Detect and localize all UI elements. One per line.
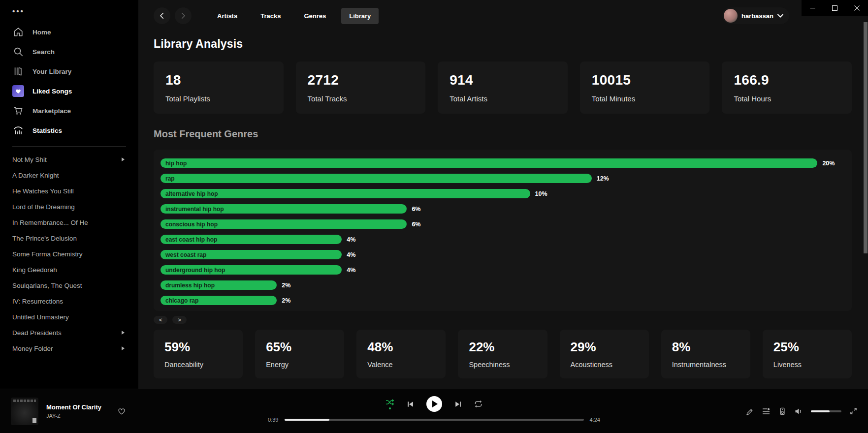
shuffle-button[interactable] bbox=[386, 399, 394, 409]
feature-card-liveness: 25% Liveness bbox=[763, 330, 852, 378]
minimize-button[interactable] bbox=[802, 0, 824, 16]
playlist-item-he-watches-you-still[interactable]: He Watches You Still bbox=[0, 183, 138, 199]
track-artist[interactable]: JAY-Z bbox=[46, 413, 101, 419]
sidebar-item-marketplace[interactable]: Marketplace bbox=[0, 101, 138, 121]
genre-bar-conscious-hip-hop[interactable]: conscious hip hop bbox=[161, 219, 407, 229]
stat-card-total-tracks: 2712 Total Tracks bbox=[296, 62, 426, 114]
sidebar-item-search[interactable]: Search bbox=[0, 42, 138, 62]
genre-bar-value: 6% bbox=[412, 206, 420, 213]
genre-bar-drumless-hip-hop[interactable]: drumless hip hop bbox=[161, 280, 277, 290]
genre-bar-west-coast-rap[interactable]: west coast rap bbox=[161, 250, 342, 259]
sidebar-item-label: Home bbox=[32, 29, 51, 36]
sidebar-item-label: Marketplace bbox=[32, 107, 71, 115]
genre-bar-instrumental-hip-hop[interactable]: instrumental hip hop bbox=[161, 204, 407, 214]
playlist-item-king-geedorah[interactable]: King Geedorah bbox=[0, 262, 138, 278]
genre-bar-label: instrumental hip hop bbox=[165, 206, 224, 213]
stat-label: Total Playlists bbox=[165, 94, 272, 103]
progress-bar[interactable] bbox=[285, 419, 584, 421]
genre-bar-underground-hip-hop[interactable]: underground hip hop bbox=[161, 265, 342, 275]
volume-fill bbox=[811, 410, 830, 412]
topbar: ArtistsTracksGenresLibrary harbassan bbox=[138, 0, 868, 31]
queue-button[interactable] bbox=[762, 408, 770, 415]
player-bar: Moment Of Clarity JAY-Z bbox=[0, 389, 868, 433]
playlist-item-untitled-unmastery[interactable]: Untitled Unmastery bbox=[0, 309, 138, 325]
tab-bar: ArtistsTracksGenresLibrary bbox=[209, 8, 379, 24]
chart-next-button[interactable]: > bbox=[172, 316, 186, 324]
genre-bar-label: chicago rap bbox=[165, 297, 198, 304]
genre-bar-value: 20% bbox=[822, 160, 835, 167]
genre-bar-value: 2% bbox=[282, 297, 290, 304]
playlist-label: He Watches You Still bbox=[12, 187, 74, 195]
connect-device-icon bbox=[778, 407, 786, 415]
tab-artists[interactable]: Artists bbox=[209, 8, 245, 24]
sidebar-item-liked-songs[interactable]: Liked Songs bbox=[0, 81, 138, 101]
time-elapsed: 0:39 bbox=[262, 417, 279, 423]
queue-icon bbox=[762, 408, 770, 415]
tab-genres[interactable]: Genres bbox=[296, 8, 334, 24]
playlist-item-not-my-shit[interactable]: Not My Shit bbox=[0, 152, 138, 167]
home-icon bbox=[12, 26, 24, 38]
genre-bar-rap[interactable]: rap bbox=[161, 174, 592, 183]
playlist-item-dead-presidents[interactable]: Dead Presidents bbox=[0, 325, 138, 340]
shuffle-icon bbox=[386, 399, 394, 406]
sidebar-item-your-library[interactable]: Your Library bbox=[0, 62, 138, 81]
genre-bar-chicago-rap[interactable]: chicago rap bbox=[161, 296, 277, 305]
feature-card-energy: 65% Energy bbox=[255, 330, 344, 378]
playlist-item-money-folder[interactable]: Money Folder bbox=[0, 340, 138, 356]
main-area: ArtistsTracksGenresLibrary harbassan Lib… bbox=[138, 0, 868, 389]
sidebar-item-home[interactable]: Home bbox=[0, 22, 138, 42]
album-art[interactable] bbox=[11, 398, 38, 425]
volume-slider[interactable] bbox=[811, 410, 841, 412]
feature-label: Liveness bbox=[773, 361, 841, 369]
sidebar-playlists: Not My Shit A Darker Knight He Watches Y… bbox=[0, 152, 138, 356]
close-button[interactable] bbox=[846, 0, 868, 16]
like-button[interactable] bbox=[117, 407, 126, 415]
genre-bar-label: conscious hip hop bbox=[165, 221, 218, 228]
minimize-icon bbox=[810, 5, 815, 11]
maximize-button[interactable] bbox=[824, 0, 846, 16]
shuffle-active-dot bbox=[389, 407, 391, 409]
tab-tracks[interactable]: Tracks bbox=[253, 8, 289, 24]
genre-bar-alternative-hip-hop[interactable]: alternative hip hop bbox=[161, 189, 530, 198]
chart-prev-button[interactable]: < bbox=[154, 316, 167, 324]
repeat-button[interactable] bbox=[474, 400, 482, 408]
playlist-item-a-darker-knight[interactable]: A Darker Knight bbox=[0, 167, 138, 183]
track-title[interactable]: Moment Of Clarity bbox=[46, 403, 101, 411]
stat-cards-row: 18 Total Playlists 2712 Total Tracks 914… bbox=[154, 62, 852, 114]
feature-value: 59% bbox=[164, 340, 232, 355]
app-menu-ellipsis[interactable]: ••• bbox=[0, 5, 138, 22]
genre-bar-row: conscious hip hop 6% bbox=[161, 219, 845, 229]
playlist-item-lord-of-the-dreaming[interactable]: Lord of the Dreaming bbox=[0, 199, 138, 215]
feature-label: Danceability bbox=[164, 361, 232, 369]
user-menu[interactable]: harbassan bbox=[722, 7, 789, 24]
playlist-item-iv-resurrections[interactable]: IV: Resurrections bbox=[0, 293, 138, 309]
genre-bar-hip-hop[interactable]: hip hop bbox=[161, 158, 817, 168]
playlist-item-in-remembrance-of-he[interactable]: In Remembrance... Of He bbox=[0, 215, 138, 230]
forward-button[interactable] bbox=[175, 7, 192, 24]
playlist-item-some-forma-chemistry[interactable]: Some Forma Chemistry bbox=[0, 246, 138, 262]
play-button[interactable] bbox=[426, 396, 442, 412]
playlist-item-soulqarians-the-quest[interactable]: Soulqarians, The Quest bbox=[0, 278, 138, 293]
scrollbar-thumb[interactable] bbox=[864, 22, 868, 253]
playlist-item-the-prince-s-delusion[interactable]: The Prince's Delusion bbox=[0, 230, 138, 246]
stat-value: 18 bbox=[165, 72, 272, 88]
sidebar-item-statistics[interactable]: Statistics bbox=[0, 121, 138, 140]
fullscreen-button[interactable] bbox=[850, 407, 857, 415]
connect-device-button[interactable] bbox=[778, 407, 786, 415]
genre-bar-east-coast-hip-hop[interactable]: east coast hip hop bbox=[161, 235, 342, 244]
feature-value: 8% bbox=[672, 340, 739, 355]
next-button[interactable] bbox=[454, 401, 462, 408]
mute-button[interactable] bbox=[795, 408, 803, 415]
lyrics-button[interactable] bbox=[746, 407, 754, 415]
genre-bar-value: 4% bbox=[347, 267, 355, 274]
track-meta: Moment Of Clarity JAY-Z bbox=[46, 403, 101, 419]
playlist-label: King Geedorah bbox=[12, 266, 57, 274]
playlist-label: Some Forma Chemistry bbox=[12, 250, 83, 258]
genre-bar-value: 6% bbox=[412, 221, 420, 228]
stat-value: 10015 bbox=[592, 72, 698, 88]
sidebar: ••• Home Search Your Library Liked Songs… bbox=[0, 0, 138, 389]
back-button[interactable] bbox=[154, 7, 170, 24]
previous-button[interactable] bbox=[407, 401, 414, 408]
feature-value: 22% bbox=[469, 340, 536, 355]
tab-library[interactable]: Library bbox=[341, 8, 379, 24]
